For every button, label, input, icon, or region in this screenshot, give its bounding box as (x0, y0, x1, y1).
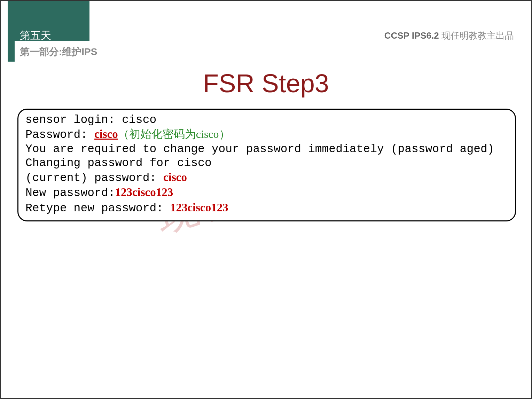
terminal-line-6: New password:123cisco123 (25, 185, 508, 200)
terminal-box: sensor login: cisco Password: cisco（初始化密… (17, 109, 516, 221)
terminal-line-2: Password: cisco（初始化密码为cisco） (25, 127, 508, 142)
terminal-line-5: (current) password: cisco (25, 170, 508, 185)
password-note: （初始化密码为cisco） (118, 128, 230, 140)
retype-password-prompt: Retype new password: (25, 202, 170, 215)
password-prompt: Password: (25, 128, 94, 141)
current-password-value: cisco (163, 171, 187, 183)
terminal-line-1: sensor login: cisco (25, 113, 508, 127)
login-prompt: sensor login: (25, 114, 122, 126)
login-value: cisco (122, 114, 156, 126)
header-side-bar (8, 41, 15, 62)
current-password-prompt: (current) password: (25, 172, 163, 185)
header-right: CCSP IPS6.2 现任明教教主出品 (384, 30, 514, 42)
terminal-line-3: You are required to change your password… (25, 142, 508, 156)
password-value: cisco (94, 128, 118, 140)
slide-title: FSR Step3 (1, 69, 531, 98)
terminal-line-7: Retype new password: 123cisco123 (25, 201, 508, 216)
retype-password-value: 123cisco123 (170, 201, 228, 214)
course-code: CCSP IPS6.2 (384, 30, 439, 41)
section-label: 第一部分:维护IPS (20, 45, 97, 58)
day-label: 第五天 (20, 29, 51, 43)
author-note: 现任明教教主出品 (439, 30, 514, 41)
new-password-prompt: New password: (25, 187, 115, 200)
terminal-line-4: Changing password for cisco (25, 156, 508, 170)
new-password-value: 123cisco123 (115, 186, 173, 198)
